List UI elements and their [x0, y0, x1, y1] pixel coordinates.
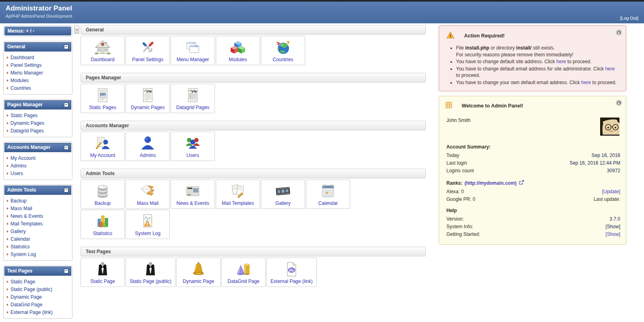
sidebar-item-my-account[interactable]: My Account — [10, 155, 35, 161]
sidebar-item-backup[interactable]: Backup — [10, 198, 27, 204]
tile-admins[interactable]: Admins — [126, 132, 170, 161]
tile-datagrid-page[interactable]: DataGrid Page — [221, 258, 266, 287]
list-item: Backup — [6, 197, 70, 204]
collapse-minus-icon[interactable]: − — [64, 45, 68, 49]
collapse-minus-icon[interactable]: − — [64, 145, 68, 150]
tile-gallery[interactable]: Gallery — [261, 180, 305, 209]
sidebar-group-header-admin-tools[interactable]: Admin Tools − — [4, 186, 71, 195]
tile-label: Dynamic Pages — [131, 105, 165, 110]
collapse-minus-icon[interactable]: − — [64, 188, 68, 192]
sidebar-item-mail-templates[interactable]: Mail Templates — [10, 221, 43, 227]
menus-toggle-header[interactable]: Menus: + / - — [4, 27, 71, 35]
tile-dynamic-pages[interactable]: <?php Dynamic Pages — [126, 84, 170, 113]
tile-modules[interactable]: Modules — [216, 36, 260, 65]
sidebar-item-statistics[interactable]: Statistics — [10, 244, 30, 250]
sidebar-item-static-page-public[interactable]: Static Page (public) — [10, 287, 52, 292]
sidebar-item-system-log[interactable]: System Log — [10, 252, 36, 257]
sidebar-group-header-test-pages[interactable]: Test Pages − — [4, 266, 71, 276]
sidebar-item-calendar[interactable]: Calendar — [10, 236, 30, 242]
svg-text:<?php: <?php — [189, 89, 197, 93]
sidebar-item-dashboard[interactable]: Dashboard — [10, 55, 34, 60]
help-row-getting-started: Getting Started: [Show] — [446, 230, 620, 238]
tile-calendar[interactable]: Calendar — [306, 180, 350, 209]
list-item: External Page (link) — [6, 308, 70, 316]
bullet-arrow-icon — [7, 253, 8, 256]
bullet-arrow-icon — [7, 230, 8, 233]
tile-static-page-public[interactable]: Static Page (public) — [126, 258, 175, 287]
tile-label: Mass Mail — [137, 200, 159, 206]
show-link-getting-started[interactable]: [Show] — [605, 231, 620, 237]
collapse-minus-icon[interactable]: − — [64, 103, 68, 107]
sidebar-item-external-page-link[interactable]: External Page (link) — [10, 310, 53, 315]
update-link[interactable]: [Update] — [602, 189, 620, 194]
help-row-version: Version: 3.7.0 — [446, 215, 620, 223]
sidebar-group-header-pages-manager[interactable]: Pages Manager − — [4, 100, 71, 109]
sidebar-item-gallery[interactable]: Gallery — [10, 229, 26, 234]
sidebar-item-datagrid-pages[interactable]: Datagrid Pages — [10, 128, 44, 134]
bullet-arrow-icon — [7, 122, 8, 124]
tile-panel-settings[interactable]: Panel Settings — [126, 36, 170, 65]
tile-dynamic-page[interactable]: Dynamic Page — [176, 258, 221, 287]
sidebar-item-datagrid-page[interactable]: DataGrid Page — [10, 302, 42, 308]
tile-static-page[interactable]: Static Page — [80, 258, 125, 287]
page-image-icon — [94, 86, 111, 103]
sidebar-item-news-events[interactable]: News & Events — [10, 213, 43, 219]
collapse-minus-icon[interactable]: − — [64, 269, 68, 273]
alert-item: File install.php or directory install/ s… — [456, 45, 619, 58]
sidebar-item-admins[interactable]: Admins — [10, 163, 27, 169]
sidebar-group-header-accounts-manager[interactable]: Accounts Manager − — [4, 143, 71, 152]
sidebar-item-menu-manager[interactable]: Menu Manager — [10, 70, 43, 76]
sidebar-item-panel-settings[interactable]: Panel Settings — [10, 62, 41, 68]
list-item: Users — [6, 169, 70, 177]
list-item: DataGrid Page — [6, 301, 70, 308]
close-icon[interactable]: × — [616, 29, 622, 35]
sidebar-group-general: General − Dashboard Panel Settings Menu … — [3, 41, 72, 95]
sidebar-item-mass-mail[interactable]: Mass Mail — [10, 206, 32, 211]
logout-link[interactable]: [Log Out] — [620, 16, 638, 21]
tile-my-account[interactable]: My Account — [80, 132, 125, 161]
sidebar-item-countries[interactable]: Countries — [10, 85, 31, 91]
here-link[interactable]: here — [556, 59, 566, 64]
list-item: Mail Templates — [6, 220, 70, 227]
tile-label: Statistics — [93, 231, 112, 236]
tile-countries[interactable]: Countries — [261, 36, 305, 65]
globe-icon — [274, 38, 292, 56]
tile-datagrid-pages[interactable]: <?php Datagrid Pages — [171, 84, 215, 113]
warning-icon — [446, 31, 454, 40]
show-link-system-info[interactable]: [Show] — [605, 224, 620, 229]
tile-static-pages[interactable]: Static Pages — [80, 84, 125, 113]
cubes-icon — [229, 38, 247, 56]
here-link[interactable]: here — [605, 66, 615, 72]
sidebar-group-header-general[interactable]: General − — [4, 42, 71, 52]
bullet-arrow-icon — [7, 288, 8, 291]
tile-menu-manager[interactable]: Menu Manager — [171, 36, 215, 65]
calendar-icon — [319, 182, 337, 199]
domain-link[interactable]: (http://mydomain.com) — [464, 180, 516, 186]
sidebar-item-users[interactable]: Users — [10, 171, 23, 176]
sidebar-item-static-pages[interactable]: Static Pages — [10, 113, 37, 118]
tile-label: Admins — [140, 153, 156, 158]
tile-dashboard[interactable]: Dashboard — [80, 36, 125, 65]
section-header: Accounts Manager — [80, 121, 426, 130]
mail-templates-icon — [229, 182, 247, 199]
tile-system-log[interactable]: System Log — [126, 210, 170, 239]
tile-backup[interactable]: Backup — [80, 180, 125, 209]
sidebar-item-modules[interactable]: Modules — [10, 78, 29, 83]
sidebar-item-dynamic-pages[interactable]: Dynamic Pages — [10, 120, 44, 126]
sidebar-item-static-page[interactable]: Static Page — [10, 279, 35, 285]
tile-external-page-link[interactable]: php External Page (link) — [266, 258, 317, 287]
list-item: Gallery — [6, 227, 70, 235]
bullet-arrow-icon — [7, 130, 8, 132]
tile-statistics[interactable]: Statistics — [80, 210, 125, 239]
sidebar-collapse-button[interactable]: « — [74, 25, 79, 34]
list-item: System Log — [6, 250, 70, 258]
bullet-arrow-icon — [7, 165, 8, 167]
external-link-icon[interactable] — [519, 180, 524, 186]
sidebar-item-dynamic-page[interactable]: Dynamic Page — [10, 294, 42, 300]
tile-users[interactable]: Users — [171, 132, 215, 161]
tile-mass-mail[interactable]: Mass Mail — [126, 180, 170, 209]
tile-mail-templates[interactable]: Mail Templates — [216, 180, 260, 209]
here-link[interactable]: here — [581, 80, 591, 85]
tile-news-events[interactable]: News & Events — [171, 180, 215, 209]
alert-item: You have to change default site address.… — [456, 58, 619, 65]
